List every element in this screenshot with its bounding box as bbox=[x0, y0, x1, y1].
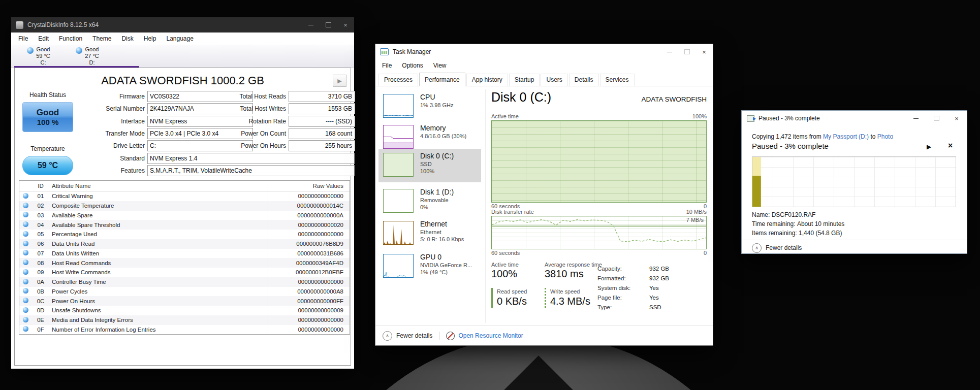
attribute-status-orb-icon bbox=[23, 259, 28, 265]
resume-button[interactable]: ▶ bbox=[927, 143, 931, 150]
source-link[interactable]: My Passport (D:) bbox=[823, 133, 869, 140]
taskmgr-maximize-button[interactable] bbox=[678, 44, 696, 59]
tab-startup[interactable]: Startup bbox=[509, 74, 540, 86]
taskmgr-menu-options[interactable]: Options bbox=[397, 62, 428, 69]
destination-link[interactable]: Photo bbox=[877, 133, 893, 140]
attr-raw: 00000000000009 bbox=[262, 307, 350, 313]
cdi-menu-disk[interactable]: Disk bbox=[116, 35, 138, 42]
attr-id: 0C bbox=[33, 298, 49, 304]
table-row[interactable]: 0AController Busy Time00000000000000 bbox=[19, 277, 350, 287]
read-speed-stat: Read speed 0 KB/s bbox=[491, 288, 527, 308]
taskmgr-menu-file[interactable]: File bbox=[377, 62, 397, 69]
info-row: Firmware VC0S0322 bbox=[85, 91, 253, 102]
cdi-maximize-button[interactable] bbox=[320, 17, 337, 32]
fewer-details-button[interactable]: Fewer details bbox=[766, 244, 802, 251]
taskmgr-menu-view[interactable]: View bbox=[428, 62, 452, 69]
info-row: Power On Count 168 count bbox=[233, 128, 355, 139]
taskmgr-titlebar[interactable]: Task Manager × bbox=[375, 44, 713, 59]
table-row[interactable]: 03Available Spare0000000000000A bbox=[19, 211, 350, 220]
task-manager-window: Task Manager × File Options View Process… bbox=[375, 44, 713, 346]
sidebar-item-memory[interactable]: Memory 4.8/16.0 GB (30%) bbox=[380, 124, 481, 153]
attr-name: Available Spare Threshold bbox=[49, 222, 262, 228]
table-row[interactable]: 07Data Units Written0000000031B686 bbox=[19, 249, 350, 258]
table-row[interactable]: 0FNumber of Error Information Log Entrie… bbox=[19, 325, 350, 335]
attribute-status-orb-icon bbox=[23, 298, 28, 303]
taskmgr-minimize-button[interactable] bbox=[661, 44, 678, 59]
detail-label: System disk: bbox=[597, 285, 649, 291]
cdi-menu-function[interactable]: Function bbox=[54, 35, 87, 42]
disk-transfer-rate-chart: 7 MB/s bbox=[491, 216, 707, 249]
table-row[interactable]: 0BPower Cycles000000000000A8 bbox=[19, 287, 350, 297]
fewer-details-button[interactable]: Fewer details bbox=[396, 332, 432, 339]
taskmgr-close-button[interactable]: × bbox=[696, 44, 713, 59]
tab-details[interactable]: Details bbox=[569, 74, 599, 86]
attribute-status-orb-icon bbox=[23, 193, 28, 199]
table-row[interactable]: 05Percentage Used00000000000000 bbox=[19, 230, 350, 239]
sidebar-item-ethernet[interactable]: Ethernet Ethernet S: 0 R: 16.0 Kbps bbox=[380, 220, 481, 249]
cancel-copy-button[interactable]: × bbox=[948, 141, 953, 150]
table-row[interactable]: 04Available Spare Threshold0000000000002… bbox=[19, 220, 350, 230]
desktop: CrystalDiskInfo 8.12.5 x64 × File Edit F… bbox=[0, 0, 980, 390]
info-row: Features S.M.A.R.T., TRIM, VolatileWrite… bbox=[85, 165, 355, 176]
write-speed-stat: Write speed 4.3 MB/s bbox=[545, 288, 590, 308]
tab-services[interactable]: Services bbox=[600, 74, 635, 86]
file-name-value: DSCF0120.RAF bbox=[772, 211, 816, 218]
read-speed-label: Read speed bbox=[497, 288, 527, 295]
tab-app-history[interactable]: App history bbox=[466, 74, 508, 86]
cdi-minimize-button[interactable] bbox=[302, 17, 320, 32]
detail-label: Type: bbox=[597, 304, 649, 310]
open-resource-monitor-link[interactable]: Open Resource Monitor bbox=[458, 332, 523, 339]
copy-dialog-titlebar[interactable]: Paused - 3% complete × bbox=[742, 111, 967, 126]
cdi-menu-language[interactable]: Language bbox=[161, 35, 198, 42]
attr-raw: 00000000000000 bbox=[262, 327, 350, 333]
minimize-icon bbox=[308, 25, 313, 25]
field-label: Drive Letter bbox=[85, 142, 147, 149]
minimize-icon bbox=[667, 52, 672, 52]
cdi-titlebar[interactable]: CrystalDiskInfo 8.12.5 x64 × bbox=[11, 17, 354, 32]
table-row[interactable]: 0EMedia and Data Integrity Errors0000000… bbox=[19, 315, 350, 325]
items-remaining-value: 1,440 (54.8 GB) bbox=[799, 230, 842, 237]
copy-maximize-button[interactable] bbox=[926, 111, 946, 126]
sidebar-item-cpu[interactable]: CPU 1% 3.98 GHz bbox=[380, 93, 481, 122]
cdi-menu-edit[interactable]: Edit bbox=[33, 35, 54, 42]
table-row[interactable]: 0CPower On Hours000000000000FF bbox=[19, 296, 350, 306]
disk-pane-title: Disk 0 (C:) bbox=[491, 90, 551, 105]
disk-model-title: ADATA SWORDFISH 1000.2 GB bbox=[15, 74, 351, 87]
table-row[interactable]: 02Composite Temperature0000000000014C bbox=[19, 201, 350, 211]
table-row[interactable]: 01Critical Warning00000000000000 bbox=[19, 191, 350, 201]
maximize-icon bbox=[684, 49, 690, 54]
info-row: Total Host Reads 3710 GB bbox=[233, 91, 355, 102]
table-row[interactable]: 06Data Units Read0000000076B8D9 bbox=[19, 239, 350, 249]
cdi-menu-theme[interactable]: Theme bbox=[87, 35, 116, 42]
attr-raw: 00000000000020 bbox=[262, 222, 350, 228]
cdi-menu-help[interactable]: Help bbox=[139, 35, 162, 42]
field-value: ---- (SSD) bbox=[289, 116, 355, 127]
table-row[interactable]: 0DUnsafe Shutdowns00000000000009 bbox=[19, 306, 350, 315]
drive-tab-d[interactable]: Good 27 °C D: bbox=[64, 46, 111, 66]
attribute-status-orb-icon bbox=[23, 231, 28, 237]
table-row[interactable]: 08Host Read Commands0000000349AF4D bbox=[19, 258, 350, 268]
cdi-menu-file[interactable]: File bbox=[13, 35, 33, 42]
taskmgr-menubar: File Options View bbox=[375, 59, 713, 72]
tab-performance[interactable]: Performance bbox=[419, 73, 465, 86]
attribute-status-orb-icon bbox=[23, 326, 28, 332]
temperature-button[interactable]: 59 °C bbox=[22, 156, 73, 175]
field-value: 255 hours bbox=[289, 140, 355, 151]
sidebar-item-disk1[interactable]: Disk 1 (D:) Removable 0% bbox=[380, 188, 481, 217]
info-row: Total Host Writes 1553 GB bbox=[233, 103, 355, 114]
cdi-close-button[interactable]: × bbox=[337, 17, 354, 32]
copy-close-button[interactable]: × bbox=[946, 111, 967, 126]
drive-health-orb-icon bbox=[27, 47, 34, 54]
drive-tab-c[interactable]: Good 59 °C C: bbox=[15, 46, 62, 66]
table-row[interactable]: 09Host Write Commands000000012B0EBF bbox=[19, 268, 350, 277]
health-status-button[interactable]: Good 100 % bbox=[22, 102, 73, 132]
copy-minimize-button[interactable] bbox=[906, 111, 926, 126]
sidebar-item-disk0[interactable]: Disk 0 (C:) SSD 100% bbox=[380, 152, 481, 181]
attr-id: 0A bbox=[33, 279, 49, 285]
tab-processes[interactable]: Processes bbox=[378, 74, 418, 86]
detail-value: Yes bbox=[649, 285, 659, 291]
sidebar-item-gpu0[interactable]: GPU 0 NVIDIA GeForce R... 1% (49 °C) bbox=[380, 253, 481, 282]
attr-id: 07 bbox=[33, 250, 49, 256]
next-drive-button[interactable]: ▶ bbox=[333, 75, 346, 87]
tab-users[interactable]: Users bbox=[541, 74, 567, 86]
